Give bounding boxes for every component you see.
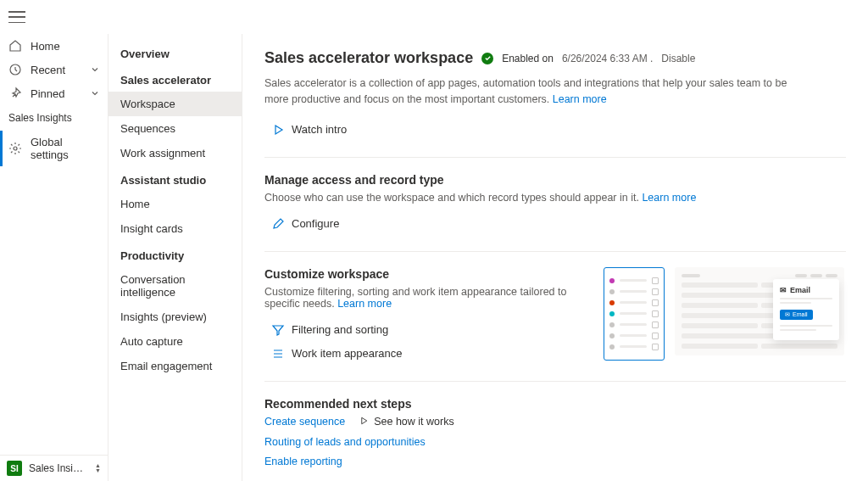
sidebar-item-overview[interactable]: Overview [108, 39, 242, 65]
preview-email-card: ✉Email ✉Email [773, 279, 839, 340]
sidebar-group-productivity: Productivity [108, 241, 242, 267]
status-date: 6/26/2024 6:33 AM . [562, 53, 653, 64]
pencil-icon [271, 217, 285, 231]
sidebar-item-sequences[interactable]: Sequences [108, 116, 242, 141]
chevron-down-icon [91, 87, 99, 100]
work-item-appearance-button[interactable]: Work item appearance [264, 342, 587, 366]
sidebar-item-auto-capture[interactable]: Auto capture [108, 329, 242, 354]
section-title-customize: Customize workspace [264, 267, 587, 281]
preview-list-panel [604, 267, 665, 361]
filter-icon [271, 323, 285, 337]
nav-item-recent[interactable]: Recent [0, 58, 108, 81]
sidebar-item-email-engagement[interactable]: Email engagement [108, 354, 242, 378]
gear-icon [8, 142, 22, 155]
nav-label: Home [31, 40, 60, 53]
hamburger-menu[interactable] [8, 11, 25, 23]
preview-detail-panel: ✉Email ✉Email [675, 267, 844, 355]
customize-preview: ✉Email ✉Email [604, 267, 844, 366]
disable-link[interactable]: Disable [661, 53, 695, 64]
sidebar-item-insights-preview[interactable]: Insights (preview) [108, 305, 242, 329]
sidebar-item-conversation-intelligence[interactable]: Conversation intelligence [108, 267, 242, 305]
play-icon [271, 123, 285, 137]
learn-more-link[interactable]: Learn more [553, 93, 607, 105]
sidebar-group-sales-accelerator: Sales accelerator [108, 65, 242, 92]
list-icon [271, 347, 285, 361]
learn-more-link[interactable]: Learn more [337, 298, 392, 310]
section-title-next-steps: Recommended next steps [264, 397, 846, 411]
nav-item-global-settings[interactable]: Global settings [0, 131, 108, 166]
nav-footer-text: Sales Insights sett… [29, 462, 88, 474]
pin-icon [8, 87, 22, 100]
configure-button[interactable]: Configure [264, 212, 846, 236]
learn-more-link[interactable]: Learn more [642, 192, 696, 204]
create-sequence-link[interactable]: Create sequence [264, 416, 345, 428]
clock-icon [8, 63, 22, 76]
mail-icon: ✉ [780, 286, 787, 294]
routing-link[interactable]: Routing of leads and opportunities [264, 436, 426, 448]
chevron-down-icon [91, 64, 99, 76]
nav-item-pinned[interactable]: Pinned [0, 81, 108, 105]
sidebar-item-insight-cards[interactable]: Insight cards [108, 216, 242, 241]
section-title-access: Manage access and record type [264, 173, 846, 187]
svg-point-1 [14, 147, 17, 150]
product-badge: SI [7, 461, 22, 476]
updown-chevron-icon: ▲▼ [95, 463, 101, 473]
sidebar-group-assistant-studio: Assistant studio [108, 165, 242, 192]
home-icon [8, 39, 22, 53]
see-how-it-works-button[interactable]: See how it works [359, 416, 453, 428]
nav-label: Recent [31, 64, 65, 76]
filtering-sorting-button[interactable]: Filtering and sorting [264, 318, 587, 342]
nav-label: Pinned [31, 87, 64, 100]
nav-footer[interactable]: SI Sales Insights sett… ▲▼ [0, 455, 108, 481]
enable-reporting-link[interactable]: Enable reporting [264, 456, 342, 467]
header-description: Sales accelerator is a collection of app… [264, 76, 807, 108]
watch-intro-button[interactable]: Watch intro [264, 118, 846, 142]
play-icon [359, 416, 369, 428]
nav-item-home[interactable]: Home [0, 34, 108, 58]
primary-nav: Home Recent Pinned Sales Insights Global… [0, 34, 108, 481]
section-desc: Choose who can use the workspace and whi… [264, 192, 846, 204]
sidebar-item-home[interactable]: Home [108, 192, 242, 216]
nav-label: Global settings [31, 136, 99, 161]
check-circle-icon [481, 53, 493, 64]
sidebar-item-work-assignment[interactable]: Work assignment [108, 141, 242, 165]
secondary-sidebar: Overview Sales accelerator Workspace Seq… [108, 34, 242, 481]
status-label: Enabled on [502, 53, 554, 64]
content-area: Sales accelerator workspace Enabled on 6… [242, 34, 868, 481]
nav-section-title: Sales Insights [0, 105, 108, 131]
sidebar-item-workspace[interactable]: Workspace [108, 92, 242, 116]
section-desc: Customize filtering, sorting and work it… [264, 286, 587, 310]
page-title: Sales accelerator workspace [264, 49, 473, 67]
